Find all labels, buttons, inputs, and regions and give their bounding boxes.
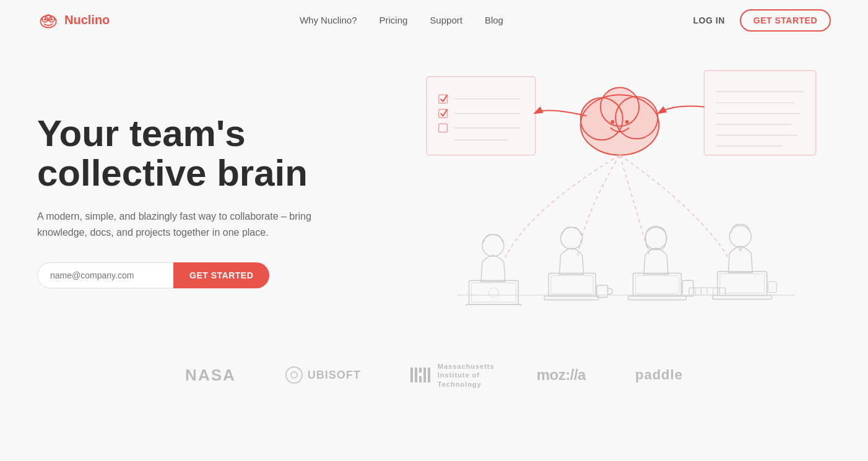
svg-point-36: [489, 288, 499, 298]
svg-rect-61: [415, 368, 417, 382]
logo-mit: Massachusetts Institute of Technology: [410, 362, 487, 389]
mit-icon: [410, 366, 433, 384]
logo-nasa: NASA: [185, 366, 236, 385]
svg-rect-34: [469, 280, 518, 304]
logo-text: Nuclino: [64, 13, 110, 27]
svg-point-5: [51, 18, 53, 20]
hero-get-started-button[interactable]: GET STARTED: [173, 262, 269, 288]
nav-links: Why Nuclino? Pricing Support Blog: [300, 15, 503, 26]
mozilla-label: moz://a: [537, 366, 586, 384]
svg-rect-52: [713, 296, 771, 299]
svg-rect-35: [471, 283, 516, 302]
hero-heading: Your team's collective brain: [37, 114, 384, 194]
login-button[interactable]: LOG IN: [693, 15, 725, 25]
hero-section: Your team's collective brain A modern, s…: [0, 40, 868, 343]
svg-rect-62: [419, 368, 422, 373]
logos-bar: NASA UBISOFT Massachusetts Institute of …: [0, 343, 868, 407]
ubisoft-label: UBISOFT: [308, 369, 361, 382]
svg-point-32: [625, 120, 629, 124]
hero-subtext: A modern, simple, and blazingly fast way…: [37, 209, 322, 240]
email-input[interactable]: [37, 262, 173, 288]
logo-mozilla: moz://a: [537, 366, 586, 384]
svg-rect-37: [466, 304, 522, 306]
nav-link-blog[interactable]: Blog: [485, 15, 503, 25]
hero-illustration-area: [409, 71, 831, 331]
svg-rect-42: [597, 285, 608, 297]
nav-get-started-button[interactable]: GET STARTED: [740, 9, 831, 32]
logo-icon: [37, 9, 59, 32]
svg-point-43: [645, 228, 667, 249]
navbar: Nuclino Why Nuclino? Pricing Support Blo…: [0, 0, 868, 40]
svg-rect-41: [544, 296, 599, 300]
svg-rect-65: [419, 376, 422, 382]
nav-link-why-nuclino[interactable]: Why Nuclino?: [300, 15, 357, 25]
svg-rect-49: [718, 272, 767, 296]
svg-point-31: [610, 120, 614, 124]
nav-link-pricing[interactable]: Pricing: [379, 15, 407, 25]
svg-rect-39: [549, 274, 596, 296]
svg-rect-46: [682, 280, 693, 296]
paddle-label: paddle: [635, 367, 683, 383]
svg-rect-47: [628, 296, 687, 300]
svg-point-4: [44, 18, 46, 20]
nasa-label: NASA: [185, 366, 236, 385]
nav-actions: LOG IN GET STARTED: [693, 9, 831, 32]
hero-content: Your team's collective brain A modern, s…: [37, 114, 384, 289]
logo-link[interactable]: Nuclino: [37, 9, 110, 32]
hero-illustration: [409, 53, 831, 306]
svg-rect-45: [635, 275, 679, 293]
logo-ubisoft: UBISOFT: [285, 366, 361, 384]
mit-label: Massachusetts Institute of Technology: [438, 362, 487, 389]
svg-rect-40: [551, 275, 593, 293]
ubisoft-icon: [285, 366, 303, 384]
svg-rect-16: [704, 71, 815, 155]
svg-rect-51: [768, 282, 777, 293]
logo-paddle: paddle: [635, 367, 683, 383]
hero-cta-group: GET STARTED: [37, 262, 384, 288]
svg-rect-50: [720, 274, 765, 293]
nav-link-support[interactable]: Support: [430, 15, 462, 25]
svg-rect-63: [423, 368, 426, 382]
svg-rect-60: [410, 368, 413, 382]
svg-rect-64: [428, 368, 430, 382]
svg-rect-44: [633, 274, 681, 296]
